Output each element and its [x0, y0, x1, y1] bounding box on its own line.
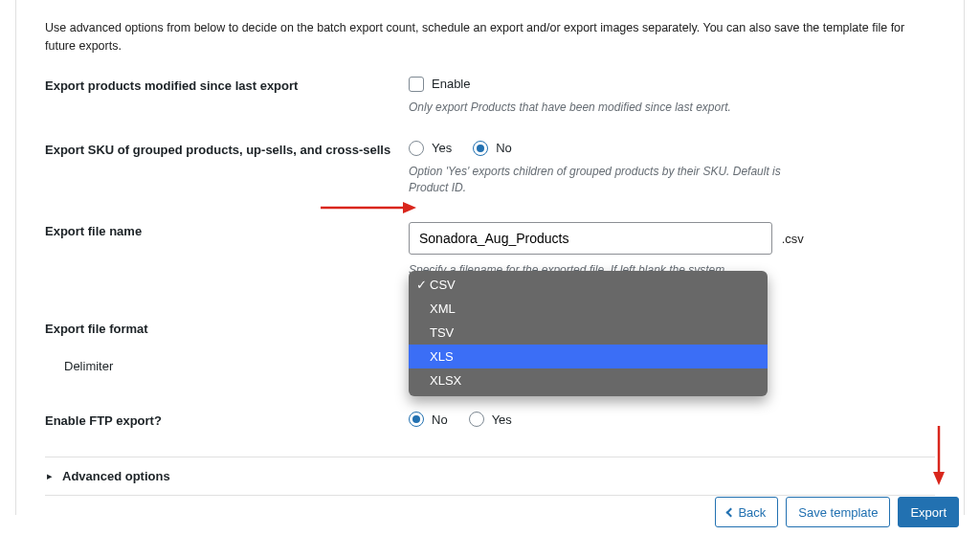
chevron-right-icon: ▸ — [47, 470, 53, 482]
label-format: Export file format — [45, 320, 409, 336]
export-button[interactable]: Export — [898, 497, 959, 527]
svg-marker-1 — [403, 202, 416, 213]
format-dropdown[interactable]: CSV XML TSV XLS XLSX — [409, 271, 768, 396]
enable-modified-label: Enable — [432, 77, 470, 91]
ftp-yes-radio[interactable] — [469, 412, 484, 427]
filename-suffix: .csv — [782, 232, 804, 246]
sku-no-radio[interactable] — [473, 141, 488, 156]
enable-modified-checkbox[interactable] — [409, 77, 424, 92]
label-ftp: Enable FTP export? — [45, 412, 409, 428]
advanced-options-title: Advanced options — [62, 469, 170, 483]
annotation-arrow-filename — [321, 201, 416, 214]
back-label: Back — [738, 505, 766, 520]
label-delimiter: Delimiter — [45, 357, 409, 373]
dropdown-option-xlsx[interactable]: XLSX — [409, 368, 768, 396]
row-ftp: Enable FTP export? No Yes — [45, 412, 935, 428]
back-button[interactable]: Back — [715, 497, 778, 527]
dropdown-option-xls[interactable]: XLS — [409, 345, 768, 368]
sku-yes-radio[interactable] — [409, 141, 424, 156]
export-label: Export — [910, 505, 947, 520]
ftp-yes-label: Yes — [492, 412, 512, 427]
chevron-left-icon — [726, 507, 736, 517]
intro-text: Use advanced options from below to decid… — [45, 19, 935, 56]
hint-sku: Option 'Yes' exports children of grouped… — [409, 164, 801, 197]
dropdown-option-xml[interactable]: XML — [409, 297, 768, 321]
label-filename: Export file name — [45, 222, 409, 238]
row-export-sku: Export SKU of grouped products, up-sells… — [45, 141, 935, 197]
label-modified: Export products modified since last expo… — [45, 77, 409, 93]
ftp-no-radio[interactable] — [409, 412, 424, 427]
svg-marker-3 — [933, 472, 945, 485]
dropdown-option-csv[interactable]: CSV — [409, 271, 768, 297]
advanced-options-toggle[interactable]: ▸ Advanced options — [45, 457, 935, 496]
sku-yes-label: Yes — [432, 141, 452, 155]
hint-modified: Only export Products that have been modi… — [409, 100, 801, 116]
row-modified-since: Export products modified since last expo… — [45, 77, 935, 116]
save-template-label: Save template — [798, 505, 878, 520]
label-sku: Export SKU of grouped products, up-sells… — [45, 141, 409, 157]
save-template-button[interactable]: Save template — [786, 497, 890, 527]
filename-input[interactable] — [409, 222, 772, 255]
settings-panel: Use advanced options from below to decid… — [15, 0, 965, 515]
sku-no-label: No — [496, 141, 512, 155]
footer-actions: Back Save template Export — [715, 497, 959, 527]
dropdown-option-tsv[interactable]: TSV — [409, 321, 768, 345]
annotation-arrow-export — [932, 426, 946, 485]
ftp-no-label: No — [432, 412, 448, 427]
